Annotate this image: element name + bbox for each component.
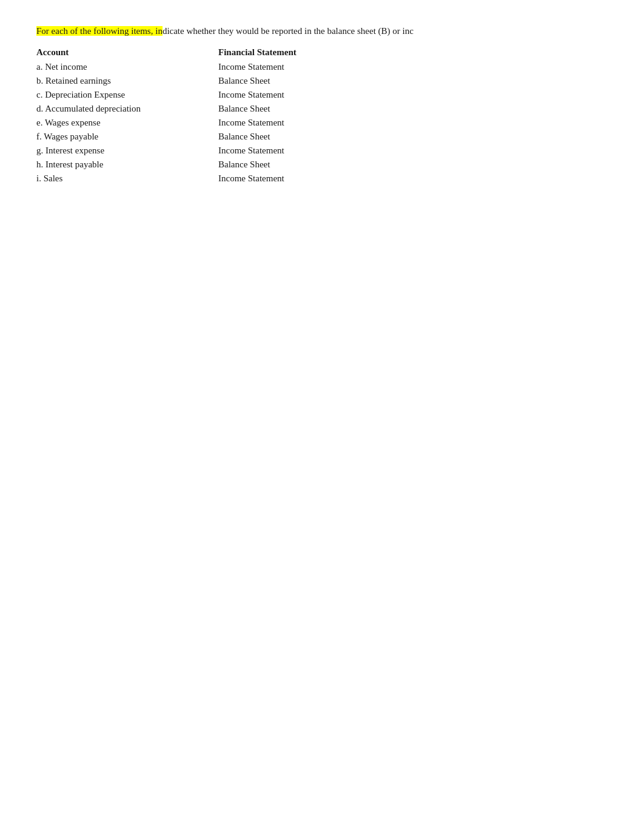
account-cell: d. Accumulated depreciation bbox=[36, 102, 218, 116]
account-cell: i. Sales bbox=[36, 172, 218, 186]
statement-cell: Income Statement bbox=[218, 144, 388, 158]
account-header: Account bbox=[36, 45, 218, 60]
table-header-row: Account Financial Statement bbox=[36, 45, 388, 60]
statement-cell: Balance Sheet bbox=[218, 130, 388, 144]
financial-statement-header: Financial Statement bbox=[218, 45, 388, 60]
account-cell: c. Depreciation Expense bbox=[36, 88, 218, 102]
table-row: c. Depreciation ExpenseIncome Statement bbox=[36, 88, 388, 102]
account-cell: e. Wages expense bbox=[36, 116, 218, 130]
statement-cell: Balance Sheet bbox=[218, 74, 388, 88]
statement-cell: Income Statement bbox=[218, 88, 388, 102]
account-cell: f. Wages payable bbox=[36, 130, 218, 144]
account-cell: g. Interest expense bbox=[36, 144, 218, 158]
table-row: h. Interest payableBalance Sheet bbox=[36, 158, 388, 172]
statement-cell: Balance Sheet bbox=[218, 102, 388, 116]
table-row: i. SalesIncome Statement bbox=[36, 172, 388, 186]
account-cell: h. Interest payable bbox=[36, 158, 218, 172]
table-row: e. Wages expenseIncome Statement bbox=[36, 116, 388, 130]
table-row: b. Retained earningsBalance Sheet bbox=[36, 74, 388, 88]
account-cell: b. Retained earnings bbox=[36, 74, 218, 88]
table-row: g. Interest expenseIncome Statement bbox=[36, 144, 388, 158]
table-row: a. Net incomeIncome Statement bbox=[36, 60, 388, 74]
intro-paragraph: For each of the following items, indicat… bbox=[36, 24, 608, 38]
statement-cell: Income Statement bbox=[218, 60, 388, 74]
table-row: d. Accumulated depreciationBalance Sheet bbox=[36, 102, 388, 116]
intro-rest: dicate whether they would be reported in… bbox=[163, 26, 414, 36]
account-cell: a. Net income bbox=[36, 60, 218, 74]
statement-cell: Income Statement bbox=[218, 116, 388, 130]
highlighted-text: For each of the following items, in bbox=[36, 26, 163, 36]
table-row: f. Wages payableBalance Sheet bbox=[36, 130, 388, 144]
statement-cell: Income Statement bbox=[218, 172, 388, 186]
statement-cell: Balance Sheet bbox=[218, 158, 388, 172]
financial-statement-table: Account Financial Statement a. Net incom… bbox=[36, 45, 388, 186]
